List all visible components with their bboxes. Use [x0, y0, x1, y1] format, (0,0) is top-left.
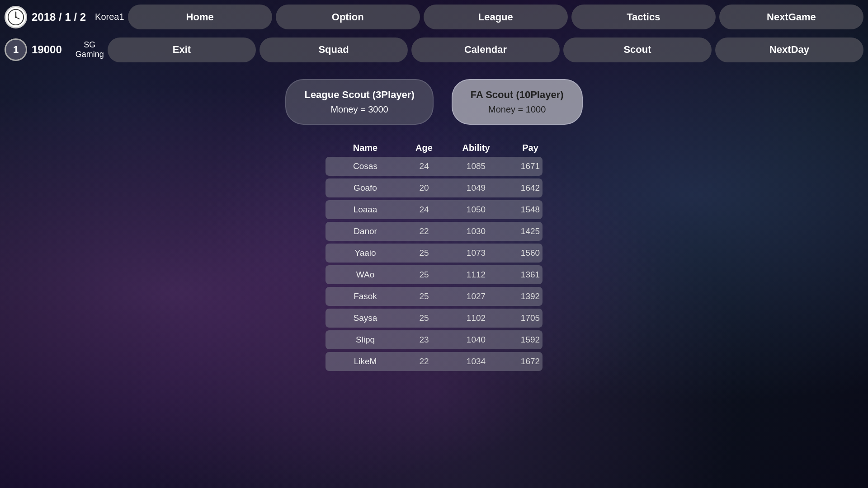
player-ability: 1050: [447, 205, 505, 215]
player-pay: 1671: [505, 161, 555, 171]
nextgame-button[interactable]: NextGame: [719, 5, 863, 29]
player-pay: 1361: [505, 270, 555, 280]
svg-point-3: [15, 16, 17, 18]
player-age: 25: [401, 291, 447, 301]
player-ability: 1112: [447, 270, 505, 280]
player-pay: 1560: [505, 248, 555, 258]
fa-scout-money: Money = 1000: [471, 104, 564, 115]
player-pay: 1392: [505, 291, 555, 301]
table-row[interactable]: Loaaa 24 1050 1548: [326, 200, 542, 219]
player-ability: 1027: [447, 291, 505, 301]
fa-scout-title: FA Scout (10Player): [471, 89, 564, 101]
nav-row2: Exit Squad Calendar Scout NextDay: [108, 38, 863, 62]
player-rows: Cosas 24 1085 1671 Goafo 20 1049 1642 Lo…: [326, 157, 542, 371]
table-row[interactable]: Saysa 25 1102 1705: [326, 309, 542, 328]
player-name: Danor: [329, 226, 401, 236]
rank-badge: 1: [5, 38, 27, 61]
player-age: 23: [401, 335, 447, 345]
player-age: 22: [401, 357, 447, 366]
player-age: 25: [401, 270, 447, 280]
player-name: Saysa: [329, 313, 401, 323]
player-age: 25: [401, 313, 447, 323]
date-display: 2018 / 1 / 2: [32, 11, 86, 23]
fa-scout-card[interactable]: FA Scout (10Player) Money = 1000: [452, 79, 583, 125]
player-pay: 1642: [505, 183, 555, 193]
clock-icon: [5, 6, 27, 28]
player-ability: 1073: [447, 248, 505, 258]
player-name: Fasok: [329, 291, 401, 301]
table-row[interactable]: LikeM 22 1034 1672: [326, 352, 542, 371]
player-ability: 1030: [447, 226, 505, 236]
player-age: 25: [401, 248, 447, 258]
table-row[interactable]: Cosas 24 1085 1671: [326, 157, 542, 176]
table-header: Name Age Ability Pay: [326, 143, 542, 153]
team-name-line1: SG: [75, 40, 104, 50]
player-pay: 1548: [505, 205, 555, 215]
player-name: WAo: [329, 270, 401, 280]
table-row[interactable]: Fasok 25 1027 1392: [326, 287, 542, 306]
player-name: Slipq: [329, 335, 401, 345]
option-button[interactable]: Option: [276, 5, 420, 29]
league-scout-money: Money = 3000: [304, 104, 414, 115]
money-display: 19000: [32, 43, 62, 56]
nextday-button[interactable]: NextDay: [715, 38, 863, 62]
scout-button[interactable]: Scout: [563, 38, 712, 62]
col-name: Name: [329, 143, 401, 153]
player-name: Cosas: [329, 161, 401, 171]
table-row[interactable]: WAo 25 1112 1361: [326, 265, 542, 284]
col-pay: Pay: [505, 143, 555, 153]
player-table-container: Name Age Ability Pay Cosas 24 1085 1671 …: [326, 143, 542, 374]
country-display: Korea1: [95, 12, 124, 22]
clock-area: 2018 / 1 / 2 Korea1: [5, 6, 124, 28]
table-row[interactable]: Slipq 23 1040 1592: [326, 330, 542, 349]
scout-options: League Scout (3Player) Money = 3000 FA S…: [285, 79, 582, 125]
league-button[interactable]: League: [424, 5, 568, 29]
table-row[interactable]: Danor 22 1030 1425: [326, 222, 542, 241]
player-age: 22: [401, 226, 447, 236]
player-ability: 1049: [447, 183, 505, 193]
squad-button[interactable]: Squad: [259, 38, 408, 62]
player-name: Yaaio: [329, 248, 401, 258]
player-pay: 1592: [505, 335, 555, 345]
player-ability: 1102: [447, 313, 505, 323]
col-age: Age: [401, 143, 447, 153]
player-name: Goafo: [329, 183, 401, 193]
player-name: Loaaa: [329, 205, 401, 215]
player-pay: 1425: [505, 226, 555, 236]
team-name-line2: Gaming: [75, 50, 104, 59]
player-age: 20: [401, 183, 447, 193]
calendar-button[interactable]: Calendar: [411, 38, 560, 62]
player-ability: 1085: [447, 161, 505, 171]
league-scout-card[interactable]: League Scout (3Player) Money = 3000: [285, 79, 433, 125]
player-pay: 1672: [505, 357, 555, 366]
table-row[interactable]: Yaaio 25 1073 1560: [326, 244, 542, 263]
player-ability: 1034: [447, 357, 505, 366]
col-ability: Ability: [447, 143, 505, 153]
rank-area: 1 19000 SG Gaming: [5, 38, 104, 61]
exit-button[interactable]: Exit: [108, 38, 256, 62]
player-ability: 1040: [447, 335, 505, 345]
player-age: 24: [401, 161, 447, 171]
league-scout-title: League Scout (3Player): [304, 89, 414, 101]
player-pay: 1705: [505, 313, 555, 323]
table-row[interactable]: Goafo 20 1049 1642: [326, 178, 542, 197]
player-name: LikeM: [329, 357, 401, 366]
nav-row1: Home Option League Tactics NextGame: [128, 5, 863, 29]
player-age: 24: [401, 205, 447, 215]
home-button[interactable]: Home: [128, 5, 272, 29]
tactics-button[interactable]: Tactics: [571, 5, 716, 29]
